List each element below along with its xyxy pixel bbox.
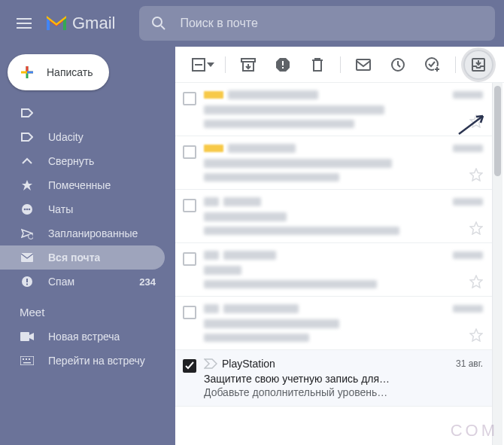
mail-row[interactable] <box>175 243 492 297</box>
search-input[interactable] <box>180 17 490 30</box>
svg-rect-6 <box>21 253 33 262</box>
search-bar[interactable] <box>139 6 495 41</box>
svg-rect-21 <box>282 67 284 69</box>
scrollbar[interactable] <box>492 83 502 445</box>
svg-rect-15 <box>23 362 31 364</box>
task-icon <box>425 57 440 72</box>
chat-icon <box>20 203 35 215</box>
scrollbar-thumb[interactable] <box>494 86 501 176</box>
svg-point-2 <box>24 209 26 211</box>
separator <box>455 56 456 73</box>
mail-list: PlayStation 31 авг. Защитите свою учетну… <box>175 83 492 445</box>
search-button[interactable] <box>144 8 174 38</box>
svg-rect-17 <box>195 64 202 66</box>
trash-icon <box>311 57 323 72</box>
mail-icon <box>356 59 371 71</box>
checkbox-mixed-icon <box>192 58 205 72</box>
mail-row[interactable] <box>175 83 492 136</box>
blurred-date <box>453 251 483 259</box>
clock-icon <box>390 57 405 72</box>
blurred-text <box>204 280 377 288</box>
svg-rect-10 <box>20 332 29 341</box>
meet-new-meeting[interactable]: Новая встреча <box>0 325 165 349</box>
svg-rect-11 <box>20 356 34 365</box>
svg-rect-22 <box>357 59 370 70</box>
meet-item-label: Новая встреча <box>48 331 120 343</box>
main-menu-button[interactable] <box>9 8 39 38</box>
app-name: Gmail <box>72 14 115 33</box>
gmail-logo-icon <box>45 15 68 32</box>
svg-rect-8 <box>26 279 28 282</box>
snooze-button[interactable] <box>383 50 413 80</box>
sidebar-item-label: Чаты <box>48 203 73 215</box>
inbox-icon <box>471 57 486 72</box>
mail-checkbox[interactable] <box>183 92 196 105</box>
sidebar-item-starred[interactable]: Помеченные <box>0 173 165 197</box>
sidebar-item-chats[interactable]: Чаты <box>0 197 165 221</box>
mail-subject: Защитите свою учетную запись для… <box>204 373 483 385</box>
mail-pane: PlayStation 31 авг. Защитите свою учетну… <box>175 47 504 445</box>
move-to-inbox-button[interactable] <box>463 50 493 80</box>
sidebar-item-spam[interactable]: Спам 234 <box>0 270 165 294</box>
mail-icon <box>20 253 35 262</box>
mail-row-selected[interactable]: PlayStation 31 авг. Защитите свою учетну… <box>175 350 492 407</box>
separator <box>225 56 226 73</box>
sidebar: Написать Udacity Свернуть Помеченные Чат… <box>0 47 175 445</box>
separator <box>340 56 341 73</box>
svg-point-4 <box>29 209 31 211</box>
mark-unread-button[interactable] <box>348 50 378 80</box>
sidebar-item-udacity[interactable]: Udacity <box>0 125 165 149</box>
svg-point-5 <box>29 234 34 239</box>
report-spam-button[interactable] <box>268 50 298 80</box>
plus-icon <box>18 63 36 81</box>
importance-marker-icon[interactable] <box>204 358 217 369</box>
sidebar-item-label: Вся почта <box>48 251 100 264</box>
meet-header: Meet <box>0 294 175 325</box>
blurred-date <box>453 91 483 99</box>
mail-checkbox[interactable] <box>183 145 196 159</box>
archive-button[interactable] <box>233 50 263 80</box>
svg-rect-12 <box>23 358 24 360</box>
svg-rect-20 <box>282 61 284 66</box>
star-icon[interactable] <box>469 275 483 288</box>
star-icon[interactable] <box>469 114 483 128</box>
mail-sender: PlayStation <box>222 358 275 370</box>
blurred-text <box>204 159 392 168</box>
sidebar-item-all-mail[interactable]: Вся почта <box>0 245 165 270</box>
sidebar-item-scheduled[interactable]: Запланированные <box>0 221 165 245</box>
compose-button[interactable]: Написать <box>8 54 109 90</box>
blurred-marker <box>204 304 219 313</box>
meet-join-meeting[interactable]: Перейти на встречу <box>0 349 165 373</box>
blurred-date <box>453 145 483 152</box>
blurred-date <box>453 305 483 312</box>
mail-checkbox-checked[interactable] <box>183 359 196 373</box>
star-icon[interactable] <box>469 328 483 342</box>
sidebar-item-hidden[interactable] <box>0 101 165 125</box>
blurred-text <box>204 266 241 275</box>
star-icon[interactable] <box>469 221 483 235</box>
compose-label: Написать <box>47 66 93 78</box>
check-icon <box>184 361 195 371</box>
sidebar-item-label: Помеченные <box>48 179 111 191</box>
hamburger-icon <box>17 18 32 29</box>
mail-date: 31 авг. <box>456 358 483 369</box>
mail-checkbox[interactable] <box>183 306 196 319</box>
mail-snippet: Добавьте дополнительный уровень… <box>204 386 483 398</box>
mail-row[interactable] <box>175 297 492 350</box>
mail-checkbox[interactable] <box>183 199 196 212</box>
report-icon <box>275 57 290 72</box>
svg-rect-9 <box>26 284 28 285</box>
star-icon[interactable] <box>469 168 483 181</box>
blurred-text <box>204 120 354 128</box>
importance-marker <box>204 145 223 152</box>
blurred-text <box>204 227 399 235</box>
add-task-button[interactable] <box>417 50 448 80</box>
select-all-button[interactable] <box>186 50 217 80</box>
mail-checkbox[interactable] <box>183 252 196 266</box>
mail-row[interactable] <box>175 136 492 190</box>
delete-button[interactable] <box>302 50 332 80</box>
svg-point-3 <box>26 209 29 211</box>
mail-row[interactable] <box>175 190 492 243</box>
gmail-logo[interactable]: Gmail <box>45 14 115 33</box>
sidebar-item-collapse[interactable]: Свернуть <box>0 149 165 173</box>
